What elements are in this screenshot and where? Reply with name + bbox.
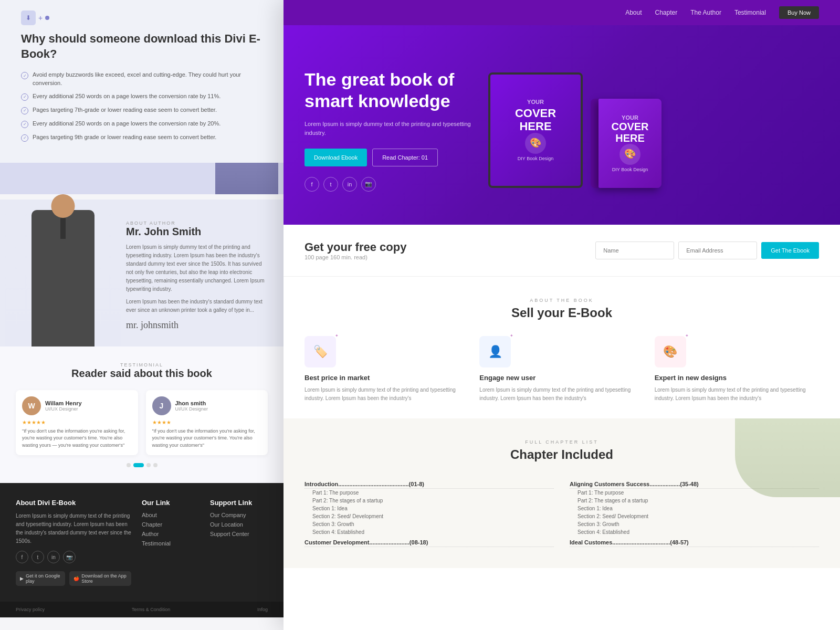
feature-card: 🏷️ Best price in market Lorem Ipsum is s… [304,336,469,403]
feature-text: Lorem Ipsum is simply dummy text of the … [304,386,469,403]
about-author-label: ABOUT AUTHOR [126,220,268,226]
dot-active [133,463,144,467]
reviewer-name: Willam Henry [45,400,82,406]
free-copy-section: Get your free copy 100 page 160 min. rea… [284,225,840,277]
tablet-cover-text-2: COVER [515,107,556,120]
google-play-icon: ▶ [20,576,24,581]
footer-about-text: Lorem Ipsum is simply dummy text of the … [16,512,131,545]
author-bio-2: Lorem Ipsum has been the industry's stan… [126,298,268,314]
check-icon: ✓ [21,121,28,128]
author-figure [5,200,121,346]
cover-cover: COVER [611,121,648,132]
facebook-icon[interactable]: f [16,551,28,563]
privacy-link[interactable]: Privacy policy [16,607,45,612]
footer-links-col: Our Link About Chapter Author Testimonia… [142,499,200,586]
twitter-icon[interactable]: t [323,177,338,192]
linkedin-icon[interactable]: in [342,177,357,192]
read-chapter-button[interactable]: Read Chapter: 01 [372,149,438,166]
terms-link[interactable]: Terms & Condition [132,607,171,612]
feature-card: 🎨 Expert in new designs Lorem Ipsum is s… [655,336,819,403]
author-bio-1: Lorem Ipsum is simply dummy text of the … [126,243,268,293]
suit-head [51,194,75,218]
footer-section: About Divi E-Book Lorem Ipsum is simply … [0,483,284,602]
twitter-icon[interactable]: t [32,551,44,563]
chapter-sub: Section 2: Seed/ Development [304,512,554,520]
chapter-left-col: Introduction............................… [304,478,554,547]
chapter-table: Introduction............................… [304,478,819,547]
book-spine [591,99,598,188]
hero-title: The great book of smart knowledge [304,69,472,112]
hero-subtitle: Lorem Ipsum is simply dummy text of the … [304,120,472,138]
nav-link-about[interactable]: About [625,9,642,16]
list-item: ✓ Every additional 250 words on a page l… [21,120,268,128]
book-cover: YOUR COVER HERE 🎨 DIY Book Design [598,99,662,188]
price-icon: 🏷️ [313,345,328,359]
download-ebook-button[interactable]: Download Ebook [304,149,367,166]
footer-support-link[interactable]: Support Center [210,531,268,537]
main-nav: About Chapter The Author Testimonial Buy… [284,0,840,25]
buy-now-button[interactable]: Buy Now [779,6,819,19]
reviewer-info: Jhon smith UI/UX Designer [175,400,208,412]
star-rating: ★★★★★ [22,419,132,425]
email-input[interactable] [678,242,757,259]
list-item: ✓ Avoid empty buzzwords like exceed, exc… [21,71,268,87]
chapter-sub: Section 3: Growth [570,520,819,528]
tablet-cover-text-3: HERE [519,120,551,133]
suit-tie [60,218,66,239]
download-icon: ⬇ [21,10,36,25]
feature-icon: 👤 [479,336,511,368]
app-store-badge[interactable]: 🍎 Download on the App Store [69,571,131,586]
linkedin-icon[interactable]: in [47,551,60,563]
about-book-label: ABOUT THE BOOK [304,298,819,303]
chapter-sub: Part 1: The purpose [304,489,554,497]
author-image [5,200,121,346]
check-icon: ✓ [21,93,28,101]
footer-link[interactable]: Chapter [142,521,200,528]
list-item: ✓ Every additional 250 words on a page l… [21,92,268,101]
instagram-icon[interactable]: 📷 [63,551,76,563]
reviewer-row: J Jhon smith UI/UX Designer [152,396,262,415]
testimonials-grid: W Willam Henry UI/UX Designer ★★★★★ "If … [16,390,268,456]
left-panel: ⬇ + Why should someone download this Div… [0,0,284,630]
check-icon: ✓ [21,72,28,79]
footer-link[interactable]: Author [142,531,200,537]
footer-links-title: Our Link [142,499,200,507]
book-logo-2: 🎨 [620,144,640,165]
instagram-icon[interactable]: 📷 [361,177,376,192]
about-book-section: ABOUT THE BOOK Sell your E-Book 🏷️ Best … [284,277,840,418]
design-icon: 🎨 [663,345,677,359]
nav-link-author[interactable]: The Author [690,9,721,16]
footer-link[interactable]: About [142,512,200,518]
feature-title: Expert in new designs [655,374,819,382]
book-logo: 🎨 [525,133,546,154]
cover-here: HERE [615,132,645,144]
feature-text: Lorem Ipsum is simply dummy text of the … [655,386,819,403]
nav-link-chapter[interactable]: Chapter [655,9,678,16]
nav-link-testimonial[interactable]: Testimonial [734,9,766,16]
footer-about-col: About Divi E-Book Lorem Ipsum is simply … [16,499,131,586]
hero-text: The great book of smart knowledge Lorem … [304,69,472,192]
hero-person-area [0,163,284,194]
name-input[interactable] [595,242,674,259]
tablet-screen: YOUR COVER HERE 🎨 DIY Book Design [490,75,581,186]
get-ebook-button[interactable]: Get The Ebook [761,242,819,259]
book-brand-2: DIY Book Design [612,167,648,173]
footer-support-col: Support Link Our Company Our Location Su… [210,499,268,586]
about-book-heading: Sell your E-Book [304,306,819,320]
feature-icon: 🏷️ [304,336,336,368]
footer-support-link[interactable]: Our Location [210,521,268,528]
list-item: ✓ Pages targeting 7th-grade or lower rea… [21,106,268,114]
chapter-sub: Section 2: Seed/ Development [570,512,819,520]
chapter-sub: Section 4: Established [304,528,554,536]
info-link[interactable]: Infog [257,607,268,612]
dot [127,463,131,467]
feature-title: Best price in market [304,374,469,382]
reviewer-info: Willam Henry UI/UX Designer [45,400,82,412]
footer-support-link[interactable]: Our Company [210,512,268,518]
footer-bottom: Privacy policy Terms & Condition Infog [0,602,284,617]
why-section: ⬇ + Why should someone download this Div… [0,0,284,163]
avatar: J [152,396,171,415]
facebook-icon[interactable]: f [304,177,319,192]
footer-link[interactable]: Testimonial [142,540,200,547]
google-play-badge[interactable]: ▶ Get it on Google play [16,571,65,586]
